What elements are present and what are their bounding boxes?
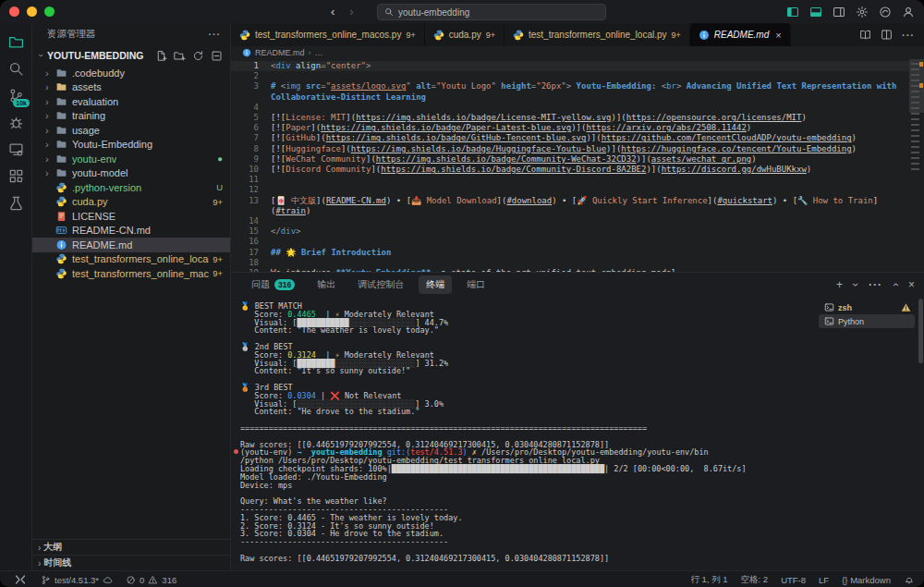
error-icon	[126, 575, 136, 585]
account-icon[interactable]	[902, 6, 915, 18]
python-icon	[55, 268, 67, 279]
panel-tab-调试控制台[interactable]: 调试控制台	[350, 275, 411, 294]
git-branch-status[interactable]: test/4.51.3*	[37, 575, 116, 585]
panel-tab-问题[interactable]: 问题316	[244, 275, 302, 294]
tree-item-youtu-env[interactable]: ›youtu-env●	[32, 152, 230, 166]
forward-button[interactable]: ›	[349, 5, 353, 18]
copilot-icon[interactable]	[879, 6, 892, 18]
license-icon	[55, 211, 67, 222]
line-number: 12	[231, 185, 271, 195]
search-icon	[384, 7, 394, 17]
terminal-scrollbar[interactable]	[917, 297, 924, 570]
editor-more-icon[interactable]: ···	[902, 30, 915, 41]
collapse-all-icon[interactable]	[211, 50, 223, 62]
file-label: LICENSE	[72, 211, 116, 222]
file-label: evaluation	[72, 96, 118, 107]
activity-run-and-debug[interactable]	[0, 109, 31, 136]
editor-pane[interactable]: 1<div align="center">2 3# <img src="asse…	[231, 59, 924, 272]
tree-item-test_transformers_online_local.py[interactable]: test_transformers_online_local.py9+	[32, 252, 230, 267]
close-panel-icon[interactable]: ×	[908, 278, 915, 291]
tab-cuda-py[interactable]: cuda.py9+	[425, 23, 505, 46]
cursor-position[interactable]: 行 1, 列 1	[690, 574, 727, 586]
indentation[interactable]: 空格: 2	[741, 574, 769, 586]
panel-more-icon[interactable]: ···	[869, 278, 882, 291]
file-label: test_transformers_online_local.py	[72, 253, 209, 264]
close-tab-icon[interactable]: ×	[775, 30, 781, 41]
tree-item-training[interactable]: ›training	[32, 109, 230, 124]
tab-test-transformers-online-local-py[interactable]: test_transformers_online_local.py9+	[505, 23, 690, 46]
open-preview-icon[interactable]	[859, 29, 871, 41]
tree-item-evaluation[interactable]: ›evaluation	[32, 94, 230, 109]
timeline-section[interactable]: ›时间线	[32, 555, 230, 570]
tab-label: test_transformers_online_local.py	[529, 30, 667, 40]
toggle-secondary-sidebar-icon[interactable]	[833, 6, 845, 18]
git-decoration-badge: 9+	[209, 197, 223, 207]
tree-item-test_transformers_online_macos.py[interactable]: test_transformers_online_macos.py9+	[32, 266, 230, 281]
close-window-button[interactable]	[9, 6, 19, 17]
activity-remote-explorer[interactable]	[0, 136, 31, 163]
back-button[interactable]: ‹	[331, 5, 334, 18]
breadcrumb[interactable]: README.md › …	[231, 46, 924, 59]
scm-badge: 10k	[13, 99, 30, 107]
outline-section[interactable]: ›大纲	[32, 539, 230, 555]
activity-extensions[interactable]	[0, 163, 31, 190]
tree-item-.python-version[interactable]: .python-versionU	[32, 180, 230, 195]
maximize-panel-icon[interactable]: ›	[889, 283, 902, 287]
tab-label: README.md	[714, 30, 769, 40]
line-number: 5	[231, 113, 271, 123]
tree-item-youtu-model[interactable]: ›youtu-model	[32, 166, 230, 181]
command-center-search[interactable]: youtu-embedding	[377, 4, 606, 20]
terminal-line	[240, 335, 817, 343]
settings-gear-icon[interactable]	[856, 6, 869, 18]
split-editor-icon[interactable]	[881, 29, 893, 41]
line-number: 4	[231, 103, 271, 113]
activity-explorer[interactable]	[0, 29, 31, 55]
activity-search[interactable]	[0, 55, 31, 82]
minimize-window-button[interactable]	[27, 6, 37, 17]
encoding[interactable]: UTF-8	[781, 575, 806, 585]
terminal-dropdown-icon[interactable]: ›	[849, 283, 862, 287]
tab-readme-md[interactable]: README.md×	[690, 23, 791, 46]
terminal-list-item-python[interactable]: Python	[819, 314, 915, 328]
tree-item-readme.md[interactable]: README.md	[32, 238, 230, 252]
language-mode[interactable]: {} Markdown	[842, 575, 891, 585]
refresh-icon[interactable]	[192, 50, 204, 62]
branch-name: test/4.51.3*	[55, 575, 99, 585]
new-folder-icon[interactable]	[174, 50, 186, 62]
project-section-header[interactable]: › YOUTU-EMBEDDING	[32, 45, 230, 66]
code-line: 6[![Paper](https://img.shields.io/badge/…	[231, 123, 924, 133]
tree-item-usage[interactable]: ›usage	[32, 123, 230, 138]
panel-tab-输出[interactable]: 输出	[310, 275, 343, 294]
maximize-window-button[interactable]	[44, 6, 55, 17]
remote-indicator-icon[interactable]	[9, 572, 31, 587]
terminal-list-item-zsh[interactable]: zsh	[819, 300, 915, 314]
toggle-panel-icon[interactable]	[809, 6, 822, 18]
activity-testing[interactable]	[0, 190, 31, 216]
bell-icon[interactable]	[904, 574, 915, 585]
tab-test-transformers-online-macos-py[interactable]: test_transformers_online_macos.py9+	[231, 23, 425, 46]
new-file-icon[interactable]	[155, 50, 167, 62]
tree-item-license[interactable]: LICENSE	[32, 209, 230, 224]
extensions-icon	[8, 168, 24, 184]
eol[interactable]: LF	[819, 575, 829, 585]
terminal-name: zsh	[838, 303, 852, 312]
problems-status[interactable]: 0 316	[122, 575, 180, 585]
remote-explorer-icon	[8, 141, 24, 157]
activity-source-control[interactable]: 10k	[0, 82, 31, 109]
panel-tab-label: 端口	[467, 278, 485, 291]
tree-item-cuda.py[interactable]: cuda.py9+	[32, 195, 230, 210]
python-icon	[239, 30, 250, 41]
breadcrumb-file: README.md	[255, 48, 305, 57]
toggle-sidebar-icon[interactable]	[786, 6, 799, 18]
new-terminal-icon[interactable]: +	[836, 278, 843, 291]
panel-tab-终端[interactable]: 终端	[419, 275, 452, 294]
tree-item-.codebuddy[interactable]: ›.codebuddy	[32, 66, 230, 80]
tree-item-assets[interactable]: ›assets	[32, 80, 230, 95]
sidebar-more-icon[interactable]: ···	[209, 29, 222, 40]
minimap[interactable]	[909, 59, 924, 272]
file-label: training	[72, 110, 105, 121]
tree-item-readme-cn.md[interactable]: README-CN.md	[32, 224, 230, 238]
terminal-output[interactable]: 🥇 BEST MATCH Score: 0.4465 | ⚡ Moderatel…	[231, 297, 817, 570]
tree-item-youtu-embedding[interactable]: ›Youtu-Embedding	[32, 138, 230, 153]
panel-tab-端口[interactable]: 端口	[459, 275, 492, 294]
